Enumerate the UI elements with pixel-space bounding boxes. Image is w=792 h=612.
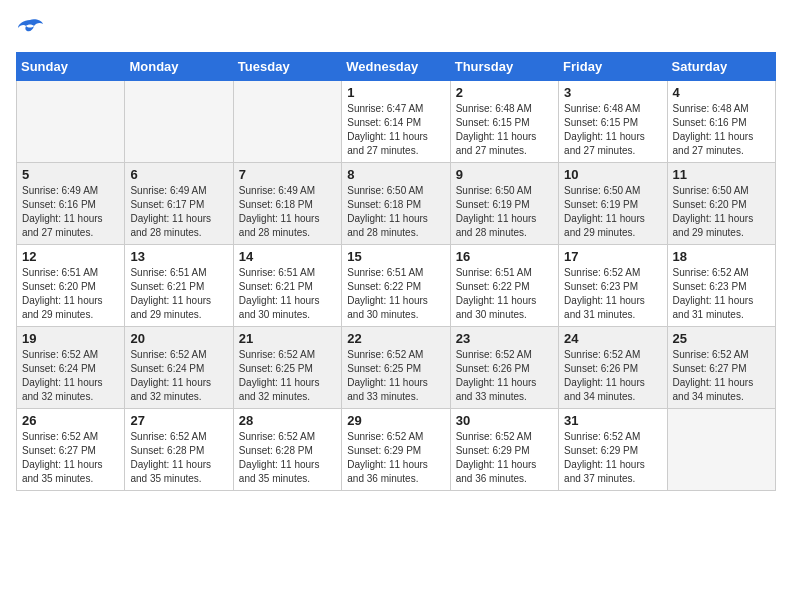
day-number: 15 bbox=[347, 249, 444, 264]
calendar-cell bbox=[233, 81, 341, 163]
day-number: 18 bbox=[673, 249, 770, 264]
day-number: 11 bbox=[673, 167, 770, 182]
cell-info: Sunrise: 6:52 AMSunset: 6:29 PMDaylight:… bbox=[456, 430, 553, 486]
calendar-cell: 2Sunrise: 6:48 AMSunset: 6:15 PMDaylight… bbox=[450, 81, 558, 163]
cell-info: Sunrise: 6:50 AMSunset: 6:20 PMDaylight:… bbox=[673, 184, 770, 240]
calendar-cell: 30Sunrise: 6:52 AMSunset: 6:29 PMDayligh… bbox=[450, 409, 558, 491]
calendar-week-row: 19Sunrise: 6:52 AMSunset: 6:24 PMDayligh… bbox=[17, 327, 776, 409]
logo-bird-icon bbox=[16, 16, 44, 40]
day-number: 3 bbox=[564, 85, 661, 100]
day-number: 1 bbox=[347, 85, 444, 100]
calendar-cell: 1Sunrise: 6:47 AMSunset: 6:14 PMDaylight… bbox=[342, 81, 450, 163]
cell-info: Sunrise: 6:50 AMSunset: 6:18 PMDaylight:… bbox=[347, 184, 444, 240]
calendar-week-row: 1Sunrise: 6:47 AMSunset: 6:14 PMDaylight… bbox=[17, 81, 776, 163]
calendar-cell: 19Sunrise: 6:52 AMSunset: 6:24 PMDayligh… bbox=[17, 327, 125, 409]
day-number: 17 bbox=[564, 249, 661, 264]
calendar-cell bbox=[667, 409, 775, 491]
weekday-header-sunday: Sunday bbox=[17, 53, 125, 81]
calendar-cell: 9Sunrise: 6:50 AMSunset: 6:19 PMDaylight… bbox=[450, 163, 558, 245]
calendar-cell: 25Sunrise: 6:52 AMSunset: 6:27 PMDayligh… bbox=[667, 327, 775, 409]
calendar-cell: 18Sunrise: 6:52 AMSunset: 6:23 PMDayligh… bbox=[667, 245, 775, 327]
calendar-cell: 27Sunrise: 6:52 AMSunset: 6:28 PMDayligh… bbox=[125, 409, 233, 491]
day-number: 25 bbox=[673, 331, 770, 346]
cell-info: Sunrise: 6:51 AMSunset: 6:20 PMDaylight:… bbox=[22, 266, 119, 322]
calendar-week-row: 5Sunrise: 6:49 AMSunset: 6:16 PMDaylight… bbox=[17, 163, 776, 245]
page-header bbox=[16, 16, 776, 40]
weekday-header-friday: Friday bbox=[559, 53, 667, 81]
cell-info: Sunrise: 6:52 AMSunset: 6:27 PMDaylight:… bbox=[22, 430, 119, 486]
day-number: 23 bbox=[456, 331, 553, 346]
calendar-cell: 8Sunrise: 6:50 AMSunset: 6:18 PMDaylight… bbox=[342, 163, 450, 245]
calendar-cell: 28Sunrise: 6:52 AMSunset: 6:28 PMDayligh… bbox=[233, 409, 341, 491]
calendar-cell: 29Sunrise: 6:52 AMSunset: 6:29 PMDayligh… bbox=[342, 409, 450, 491]
calendar-table: SundayMondayTuesdayWednesdayThursdayFrid… bbox=[16, 52, 776, 491]
calendar-cell: 26Sunrise: 6:52 AMSunset: 6:27 PMDayligh… bbox=[17, 409, 125, 491]
calendar-cell: 20Sunrise: 6:52 AMSunset: 6:24 PMDayligh… bbox=[125, 327, 233, 409]
cell-info: Sunrise: 6:52 AMSunset: 6:29 PMDaylight:… bbox=[347, 430, 444, 486]
cell-info: Sunrise: 6:48 AMSunset: 6:15 PMDaylight:… bbox=[456, 102, 553, 158]
cell-info: Sunrise: 6:52 AMSunset: 6:29 PMDaylight:… bbox=[564, 430, 661, 486]
calendar-cell: 5Sunrise: 6:49 AMSunset: 6:16 PMDaylight… bbox=[17, 163, 125, 245]
cell-info: Sunrise: 6:51 AMSunset: 6:21 PMDaylight:… bbox=[239, 266, 336, 322]
day-number: 20 bbox=[130, 331, 227, 346]
day-number: 13 bbox=[130, 249, 227, 264]
calendar-cell bbox=[125, 81, 233, 163]
cell-info: Sunrise: 6:47 AMSunset: 6:14 PMDaylight:… bbox=[347, 102, 444, 158]
calendar-cell: 15Sunrise: 6:51 AMSunset: 6:22 PMDayligh… bbox=[342, 245, 450, 327]
weekday-header-monday: Monday bbox=[125, 53, 233, 81]
day-number: 10 bbox=[564, 167, 661, 182]
calendar-cell: 6Sunrise: 6:49 AMSunset: 6:17 PMDaylight… bbox=[125, 163, 233, 245]
cell-info: Sunrise: 6:52 AMSunset: 6:26 PMDaylight:… bbox=[456, 348, 553, 404]
calendar-cell: 12Sunrise: 6:51 AMSunset: 6:20 PMDayligh… bbox=[17, 245, 125, 327]
calendar-cell: 13Sunrise: 6:51 AMSunset: 6:21 PMDayligh… bbox=[125, 245, 233, 327]
cell-info: Sunrise: 6:51 AMSunset: 6:22 PMDaylight:… bbox=[347, 266, 444, 322]
day-number: 8 bbox=[347, 167, 444, 182]
cell-info: Sunrise: 6:52 AMSunset: 6:28 PMDaylight:… bbox=[239, 430, 336, 486]
calendar-cell: 7Sunrise: 6:49 AMSunset: 6:18 PMDaylight… bbox=[233, 163, 341, 245]
calendar-cell: 11Sunrise: 6:50 AMSunset: 6:20 PMDayligh… bbox=[667, 163, 775, 245]
day-number: 14 bbox=[239, 249, 336, 264]
cell-info: Sunrise: 6:52 AMSunset: 6:24 PMDaylight:… bbox=[22, 348, 119, 404]
day-number: 5 bbox=[22, 167, 119, 182]
day-number: 4 bbox=[673, 85, 770, 100]
calendar-cell: 24Sunrise: 6:52 AMSunset: 6:26 PMDayligh… bbox=[559, 327, 667, 409]
cell-info: Sunrise: 6:52 AMSunset: 6:24 PMDaylight:… bbox=[130, 348, 227, 404]
calendar-week-row: 26Sunrise: 6:52 AMSunset: 6:27 PMDayligh… bbox=[17, 409, 776, 491]
cell-info: Sunrise: 6:52 AMSunset: 6:25 PMDaylight:… bbox=[347, 348, 444, 404]
cell-info: Sunrise: 6:48 AMSunset: 6:16 PMDaylight:… bbox=[673, 102, 770, 158]
calendar-cell: 22Sunrise: 6:52 AMSunset: 6:25 PMDayligh… bbox=[342, 327, 450, 409]
calendar-week-row: 12Sunrise: 6:51 AMSunset: 6:20 PMDayligh… bbox=[17, 245, 776, 327]
day-number: 6 bbox=[130, 167, 227, 182]
cell-info: Sunrise: 6:51 AMSunset: 6:21 PMDaylight:… bbox=[130, 266, 227, 322]
day-number: 24 bbox=[564, 331, 661, 346]
calendar-header-row: SundayMondayTuesdayWednesdayThursdayFrid… bbox=[17, 53, 776, 81]
day-number: 12 bbox=[22, 249, 119, 264]
day-number: 28 bbox=[239, 413, 336, 428]
logo bbox=[16, 16, 48, 40]
day-number: 7 bbox=[239, 167, 336, 182]
calendar-cell: 4Sunrise: 6:48 AMSunset: 6:16 PMDaylight… bbox=[667, 81, 775, 163]
cell-info: Sunrise: 6:48 AMSunset: 6:15 PMDaylight:… bbox=[564, 102, 661, 158]
cell-info: Sunrise: 6:52 AMSunset: 6:27 PMDaylight:… bbox=[673, 348, 770, 404]
cell-info: Sunrise: 6:51 AMSunset: 6:22 PMDaylight:… bbox=[456, 266, 553, 322]
weekday-header-saturday: Saturday bbox=[667, 53, 775, 81]
cell-info: Sunrise: 6:50 AMSunset: 6:19 PMDaylight:… bbox=[564, 184, 661, 240]
calendar-cell bbox=[17, 81, 125, 163]
day-number: 2 bbox=[456, 85, 553, 100]
cell-info: Sunrise: 6:52 AMSunset: 6:28 PMDaylight:… bbox=[130, 430, 227, 486]
calendar-cell: 31Sunrise: 6:52 AMSunset: 6:29 PMDayligh… bbox=[559, 409, 667, 491]
calendar-cell: 14Sunrise: 6:51 AMSunset: 6:21 PMDayligh… bbox=[233, 245, 341, 327]
calendar-cell: 21Sunrise: 6:52 AMSunset: 6:25 PMDayligh… bbox=[233, 327, 341, 409]
cell-info: Sunrise: 6:52 AMSunset: 6:25 PMDaylight:… bbox=[239, 348, 336, 404]
cell-info: Sunrise: 6:49 AMSunset: 6:16 PMDaylight:… bbox=[22, 184, 119, 240]
calendar-cell: 10Sunrise: 6:50 AMSunset: 6:19 PMDayligh… bbox=[559, 163, 667, 245]
weekday-header-tuesday: Tuesday bbox=[233, 53, 341, 81]
cell-info: Sunrise: 6:52 AMSunset: 6:23 PMDaylight:… bbox=[564, 266, 661, 322]
cell-info: Sunrise: 6:52 AMSunset: 6:23 PMDaylight:… bbox=[673, 266, 770, 322]
day-number: 19 bbox=[22, 331, 119, 346]
cell-info: Sunrise: 6:50 AMSunset: 6:19 PMDaylight:… bbox=[456, 184, 553, 240]
calendar-cell: 17Sunrise: 6:52 AMSunset: 6:23 PMDayligh… bbox=[559, 245, 667, 327]
day-number: 9 bbox=[456, 167, 553, 182]
cell-info: Sunrise: 6:49 AMSunset: 6:17 PMDaylight:… bbox=[130, 184, 227, 240]
calendar-cell: 23Sunrise: 6:52 AMSunset: 6:26 PMDayligh… bbox=[450, 327, 558, 409]
